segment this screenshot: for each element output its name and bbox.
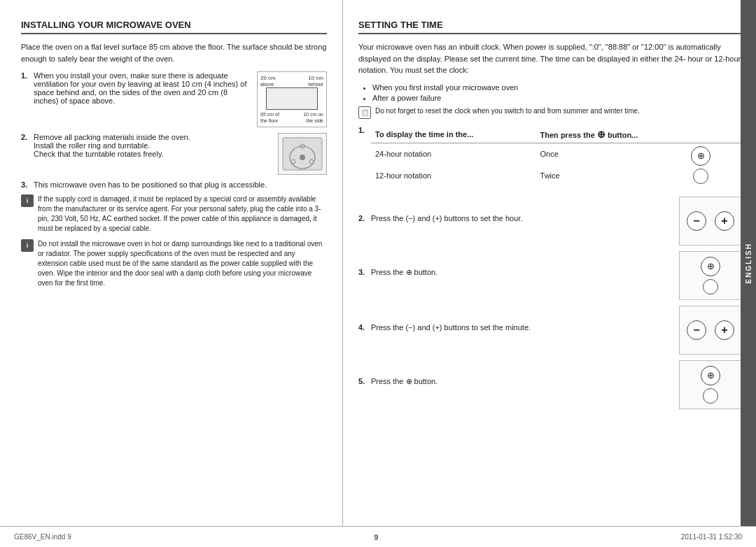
step3-time-item: 3. Press the ⊕ button. (358, 268, 672, 277)
step1-text-area: 1. When you install your oven, make sure… (21, 71, 250, 111)
step4-minus-plus: − + (682, 320, 738, 340)
left-column: INSTALLING YOUR MICROWAVE OVEN Place the… (0, 0, 343, 526)
note2-icon: i (21, 239, 34, 252)
step2-time-text: Press the (−) and (+) buttons to set the… (371, 214, 522, 222)
svg-rect-0 (283, 138, 322, 170)
main-content: INSTALLING YOUR MICROWAVE OVEN Place the… (0, 0, 756, 526)
time-intro: Your microwave oven has an inbuilt clock… (358, 41, 742, 76)
step3-item: 3. This microwave oven has to be positio… (21, 180, 327, 189)
step2-text1: Remove all packing materials inside the … (34, 133, 190, 141)
diag-label-bottom-left: 85 cm of the floor (260, 112, 279, 124)
note1-box: i If the supply cord is damaged, it must… (21, 194, 327, 234)
step3-time-text-area: 3. Press the ⊕ button. (358, 268, 672, 283)
step5-time-text-area: 5. Press the ⊕ button. (358, 377, 672, 392)
step3-clock-btn: ⊕ (701, 257, 720, 276)
minus-plus-row: − + (682, 211, 738, 231)
step5-time-row: 5. Press the ⊕ button. ⊕ (358, 360, 742, 409)
diagram-col-header (659, 126, 742, 143)
step5-diagram: ⊕ (679, 360, 742, 409)
step1-time-content: To display the time in the... Then press… (371, 126, 742, 194)
note1-icon: i (21, 194, 34, 207)
step1-text: When you install your oven, make sure th… (34, 71, 250, 105)
step3-time-row: 3. Press the ⊕ button. ⊕ (358, 251, 742, 300)
step3-num: 3. (21, 180, 32, 189)
step2-texts: Remove all packing materials inside the … (34, 133, 190, 158)
notation-12h: 12-hour notation (371, 165, 536, 187)
step1-num: 1. (21, 71, 32, 105)
right-section-title: SETTING THE TIME (358, 20, 742, 34)
right-column: SETTING THE TIME Your microwave oven has… (343, 0, 756, 526)
step2-text2: Install the roller ring and turntable. (34, 141, 190, 150)
step3-round-btn (703, 279, 718, 294)
step2-text-area: 2. Remove all packing materials inside t… (21, 133, 272, 164)
notation-24h: 24-hour notation (371, 143, 536, 165)
step2-time-num: 2. (358, 214, 370, 222)
note1-text: If the supply cord is damaged, it must b… (38, 194, 327, 234)
left-intro: Place the oven on a flat level surface 8… (21, 41, 327, 64)
step3-diagram: ⊕ (679, 251, 742, 300)
step3-time-text: Press the ⊕ button. (371, 268, 438, 277)
footer: GE86V_EN.indd 9 9 2011-01-31 1:52:30 (0, 526, 756, 547)
press-12h: Twice (536, 165, 660, 187)
footer-right: 2011-01-31 1:52:30 (681, 533, 742, 541)
oven-box (266, 87, 318, 110)
step4-time-row: 4. Press the (−) and (+) buttons to set … (358, 306, 742, 355)
press-24h: Once (536, 143, 660, 165)
footer-left: GE86V_EN.indd 9 (14, 533, 71, 541)
step4-diagram: − + (679, 306, 742, 355)
left-section-title: INSTALLING YOUR MICROWAVE OVEN (21, 20, 327, 34)
clock-diagram-cell: ⊕ (659, 143, 742, 187)
ventilation-diagram: 20 cm above 10 cm behind (257, 71, 327, 127)
step2-item: 2. Remove all packing materials inside t… (21, 133, 272, 158)
clock-note-icon: 📋 (358, 106, 371, 119)
page-container: INSTALLING YOUR MICROWAVE OVEN Place the… (0, 0, 756, 547)
step3-diagram-inner: ⊕ (701, 257, 720, 294)
step4-plus-button: + (715, 320, 734, 340)
step2-time-text-area: 2. Press the (−) and (+) buttons to set … (358, 214, 672, 228)
step2-time-row: 2. Press the (−) and (+) buttons to set … (358, 197, 742, 246)
clock-note-box: 📋 Do not forget to reset the clock when … (358, 106, 742, 119)
step1-time-row: 1. To display the time in the... Then pr… (358, 126, 742, 194)
clock-note-text: Do not forget to reset the clock when yo… (375, 106, 640, 116)
step5-time-item: 5. Press the ⊕ button. (358, 377, 672, 386)
diag-label-bottom-right: 10 cm on the side (303, 112, 323, 124)
turntable-svg (281, 136, 323, 171)
clock-button-icon: ⊕ (691, 146, 710, 166)
time-table: To display the time in the... Then press… (371, 126, 742, 187)
clock-diagram: ⊕ (664, 146, 738, 184)
diag-inner: 20 cm above 10 cm behind (260, 75, 323, 124)
time-table-head: To display the time in the... Then press… (371, 126, 742, 143)
english-sidebar: ENGLISH (741, 0, 756, 526)
col-display-header: To display the time in the... (371, 126, 536, 143)
button-header-text: button... (608, 131, 638, 139)
bullet-item-2: After a power failure (372, 94, 742, 102)
time-table-header-row: To display the time in the... Then press… (371, 126, 742, 143)
step5-round-btn (703, 388, 718, 404)
step1-row: 1. When you install your oven, make sure… (21, 71, 327, 127)
diag-label-top-right: 10 cm behind (308, 75, 323, 87)
plus-button: + (715, 211, 734, 231)
bullet-item-1: When you first install your microwave ov… (372, 83, 742, 92)
step5-clock-btn: ⊕ (701, 366, 720, 385)
step3-time-num: 3. (358, 268, 370, 277)
round-button-icon (693, 169, 708, 184)
step4-time-text-area: 4. Press the (−) and (+) buttons to set … (358, 323, 672, 337)
step4-time-text: Press the (−) and (+) buttons to set the… (371, 323, 531, 332)
step2-diagram: − + (679, 197, 742, 246)
page-number: 9 (71, 533, 681, 541)
time-row-24h: 24-hour notation Once ⊕ (371, 143, 742, 165)
time-table-body: 24-hour notation Once ⊕ 1 (371, 143, 742, 187)
bullet-list: When you first install your microwave ov… (372, 83, 742, 102)
step2-time-item: 2. Press the (−) and (+) buttons to set … (358, 214, 672, 222)
step1-item: 1. When you install your oven, make sure… (21, 71, 250, 105)
step5-time-text: Press the ⊕ button. (371, 377, 438, 386)
col-press-header: Then press the ⊕ button... (536, 126, 660, 143)
step5-time-num: 5. (358, 377, 370, 386)
step3-text: This microwave oven has to be positioned… (34, 180, 267, 189)
note2-text: Do not install the microwave oven in hot… (38, 239, 327, 288)
minus-button: − (687, 211, 706, 231)
step2-row: 2. Remove all packing materials inside t… (21, 133, 327, 175)
english-label: ENGLISH (745, 243, 752, 283)
press-header-text: Then press the (540, 131, 597, 139)
step4-time-num: 4. (358, 323, 370, 332)
